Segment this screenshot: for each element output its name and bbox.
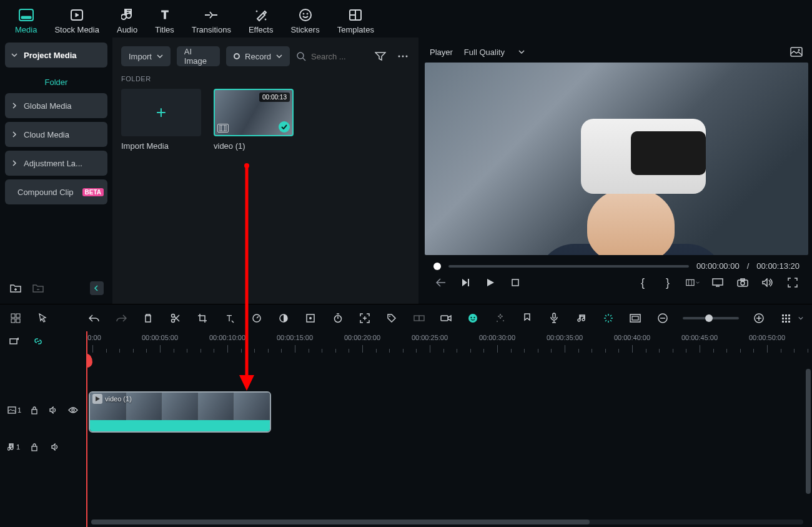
zoom-in-button[interactable] [753,311,766,325]
tab-templates[interactable]: Templates [337,5,374,34]
visibility-icon[interactable] [67,403,79,417]
track-view-icon[interactable] [780,311,793,325]
svg-line-14 [303,58,305,61]
mark-out-button[interactable]: } [661,276,675,289]
music-button[interactable] [575,311,588,325]
playhead[interactable] [86,331,87,527]
camera-button[interactable] [439,311,452,325]
video-track-icon: 1 [7,406,21,414]
plus-icon: + [156,103,166,123]
svg-point-53 [468,314,477,323]
svg-marker-25 [487,279,494,286]
chevron-right-icon [11,160,17,166]
ai-button[interactable] [467,311,480,325]
prev-frame-button[interactable] [433,276,447,289]
speed-button[interactable] [250,311,263,325]
tab-stickers[interactable]: Stickers [290,5,319,34]
svg-rect-69 [782,318,784,319]
tab-stock-media[interactable]: Stock Media [54,5,99,34]
ruler-label: 00:00:45:00 [681,334,718,341]
record-label: Record [245,52,271,61]
timeline-ruler[interactable]: 00:0000:00:05:0000:00:10:0000:00:15:0000… [86,331,812,354]
vertical-scrollbar[interactable] [806,369,811,494]
sidebar-item-cloud-media[interactable]: Cloud Media [5,122,107,147]
adjust-button[interactable] [304,311,317,325]
crop-button[interactable] [196,311,209,325]
import-button[interactable]: Import [121,46,171,66]
new-folder-icon[interactable] [9,281,22,295]
audio-track-row[interactable] [86,435,812,464]
sidebar-item-global-media[interactable]: Global Media [5,93,107,118]
snapshot-button[interactable] [736,276,750,289]
ratio-button[interactable] [629,311,642,325]
zoom-slider[interactable] [683,317,738,319]
tag-button[interactable] [385,311,399,325]
svg-rect-60 [632,316,638,320]
cursor-icon[interactable] [36,311,49,325]
mark-in-button[interactable]: { [636,276,650,289]
tab-titles[interactable]: T Titles [155,5,174,34]
zoom-out-button[interactable] [656,311,669,325]
step-forward-button[interactable] [458,276,472,289]
display-button[interactable] [711,276,725,289]
picture-icon[interactable] [790,45,803,59]
sidebar-item-compound-clip[interactable]: Compound Clip BETA [5,179,107,204]
fullscreen-button[interactable] [786,276,800,289]
ai-image-button[interactable]: AI Image [177,46,220,66]
link-button[interactable] [31,334,45,348]
import-media-tile[interactable]: + [121,89,201,136]
progress-handle[interactable] [433,263,441,270]
video-track-row[interactable]: video (1) [86,390,812,435]
add-track-button[interactable] [7,334,21,348]
lock-icon[interactable] [29,403,41,417]
play-button[interactable] [483,276,497,289]
mute-icon[interactable] [48,403,60,417]
crop-fit-button[interactable] [686,276,700,289]
svg-rect-58 [553,313,555,318]
timeline-clip[interactable]: video (1) [89,391,271,433]
sidebar-item-project-media[interactable]: Project Media [5,43,107,68]
audio-track-head[interactable]: 1 [0,433,86,461]
sidebar-folder-label[interactable]: Folder [5,71,107,93]
more-icon[interactable] [396,49,410,63]
mic-button[interactable] [548,311,561,325]
enhance-button[interactable] [602,311,615,325]
svg-point-56 [503,320,504,321]
horizontal-scrollbar[interactable] [91,519,803,524]
tab-effects[interactable]: Effects [249,5,274,34]
svg-point-9 [307,13,308,14]
tab-media[interactable]: Media [15,5,37,34]
stop-button[interactable] [508,276,522,289]
timer-button[interactable] [331,311,344,325]
lock-icon[interactable] [27,440,41,454]
keyframe-button[interactable] [358,311,371,325]
media-clip-thumbnail[interactable]: 00:00:13 [214,89,294,136]
remove-folder-icon[interactable] [31,281,45,295]
sparkle-button[interactable] [493,311,507,325]
text-button[interactable]: T [223,311,236,325]
split-button[interactable] [169,311,182,325]
color-button[interactable] [277,311,290,325]
marker-button[interactable] [520,311,533,325]
tab-audio[interactable]: Audio [117,5,137,34]
sidebar-item-adjustment-layer[interactable]: Adjustment La... [5,151,107,176]
redo-button[interactable] [114,311,127,325]
progress-track[interactable] [448,265,689,268]
filter-icon[interactable] [374,49,387,63]
layout-icon[interactable] [9,311,22,325]
quality-dropdown[interactable]: Full Quality [464,48,525,57]
mute-icon[interactable] [49,440,62,454]
video-preview[interactable] [425,63,808,255]
record-dot-icon [234,53,240,59]
video-track-head[interactable]: 1 [0,388,86,433]
record-button[interactable]: Record [226,46,290,66]
undo-button[interactable] [87,311,101,325]
search-input[interactable] [311,52,367,61]
collapse-sidebar-button[interactable] [90,281,104,295]
chevron-right-icon [11,131,17,138]
group-button[interactable] [412,311,425,325]
zoom-knob[interactable] [705,314,713,322]
volume-button[interactable] [761,276,775,289]
tab-transitions[interactable]: Transitions [192,5,231,34]
delete-button[interactable] [142,311,155,325]
